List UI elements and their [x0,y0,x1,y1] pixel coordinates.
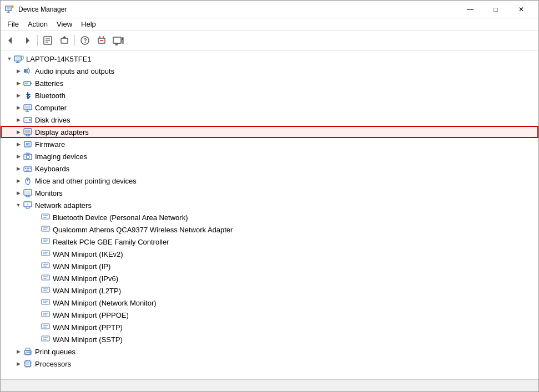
menu-action[interactable]: Action [23,19,52,29]
svg-marker-6 [8,37,12,44]
tree-item-bluetooth[interactable]: ▶ Bluetooth [1,89,538,101]
tree-item-wan-ip[interactable]: ▶ WAN Miniport (IP) [1,260,538,272]
svg-rect-74 [42,214,49,219]
show-hidden-button[interactable] [110,33,126,48]
keyboards-expand[interactable]: ▶ [14,164,23,173]
mice-expand[interactable]: ▶ [14,176,23,185]
tree-item-qualcomm[interactable]: ▶ Qualcomm Atheros QCA9377 Wireless Netw… [1,223,538,236]
status-bar [1,379,538,391]
imaging-label: Imaging devices [35,152,87,161]
tree-item-keyboards[interactable]: ▶ Keyboards [1,162,538,175]
processors-expand[interactable]: ▶ [14,359,23,368]
svg-rect-95 [42,299,49,304]
tree-item-wan-pppoe[interactable]: ▶ WAN Miniport (PPPOE) [1,309,538,321]
tree-item-wan-ikev2[interactable]: ▶ WAN Miniport (IKEv2) [1,248,538,260]
audio-label: Audio inputs and outputs [35,67,114,75]
menu-file[interactable]: File [3,19,23,29]
root-expand[interactable]: ▼ [5,54,14,63]
uninstall-button[interactable] [94,33,109,48]
minimize-button[interactable]: — [457,1,483,18]
network-expand[interactable]: ▼ [14,201,23,210]
display-expand[interactable]: ▶ [14,128,23,136]
svg-rect-36 [25,106,31,109]
wan-ipv6-label: WAN Miniport (IPv6) [53,274,118,283]
tree-item-wan-ipv6[interactable]: ▶ WAN Miniport (IPv6) [1,272,538,284]
tree-item-realtek[interactable]: ▶ Realtek PCIe GBE Family Controller [1,236,538,248]
svg-point-63 [27,180,28,181]
tree-item-mice[interactable]: ▶ Mice and other pointing devices [1,175,538,187]
print-expand[interactable]: ▶ [14,347,23,356]
svg-rect-104 [42,336,49,341]
tree-item-batteries[interactable]: ▶ Batteries [1,77,538,89]
firmware-label: Firmware [35,140,65,149]
menu-view[interactable]: View [52,19,77,29]
tree-item-display[interactable]: ▶ Display adapters [1,126,538,138]
processors-icon [23,359,33,369]
imaging-expand[interactable]: ▶ [14,152,23,161]
svg-text:!: ! [12,6,12,8]
forward-button[interactable] [19,33,35,48]
tree-item-processors[interactable]: ▶ [1,358,538,370]
svg-rect-80 [42,238,49,243]
svg-rect-83 [42,251,49,256]
monitors-icon [23,188,33,198]
tree-item-audio[interactable]: ▶ Audio inputs and outputs [1,65,538,77]
batteries-expand[interactable]: ▶ [14,79,23,88]
display-label: Display adapters [35,128,89,136]
tree-item-computer[interactable]: ▶ Computer [1,101,538,114]
wan-ipv6-icon [41,273,51,283]
bluetooth-expand[interactable]: ▶ [14,91,23,100]
close-button[interactable]: ✕ [508,1,534,18]
svg-rect-20 [113,37,121,43]
tree-item-wan-l2tp[interactable]: ▶ WAN Miniport (L2TP) [1,284,538,297]
tree-item-monitors[interactable]: ▶ Monitors [1,187,538,199]
tree-root[interactable]: ▼ LAPTOP-14K5TFE1 [1,53,538,65]
tree-item-wan-pptp[interactable]: ▶ WAN Miniport (PPTP) [1,321,538,333]
bluetooth-icon [23,90,33,100]
wan-pptp-icon [41,322,51,332]
toolbar-sep-1 [37,35,38,46]
tree-item-firmware[interactable]: ▶ Firmware [1,138,538,150]
svg-point-73 [27,203,29,205]
help-button[interactable]: ? [77,33,93,48]
main-content: ▼ LAPTOP-14K5TFE1 ▶ [1,50,538,379]
tree-item-bt-net[interactable]: ▶ Bluetooth Device (Personal Area Networ… [1,211,538,223]
tree-item-wan-netmon[interactable]: ▶ WAN Miniport (Network Monitor) [1,297,538,309]
svg-rect-34 [25,83,28,84]
svg-rect-30 [16,57,20,60]
toolbar-sep-2 [74,35,75,46]
tree-item-print[interactable]: ▶ Print queues [1,345,538,358]
network-icon [23,200,33,210]
title-bar: ! Device Manager — □ ✕ [1,1,538,18]
update-driver-button[interactable] [57,33,72,48]
disk-expand[interactable]: ▶ [14,115,23,124]
svg-rect-86 [42,263,49,268]
menu-help[interactable]: Help [77,19,100,29]
maximize-button[interactable]: □ [483,1,508,18]
tree-item-wan-sstp[interactable]: ▶ WAN Miniport (SSTP) [1,333,538,345]
mice-label: Mice and other pointing devices [35,177,137,185]
svg-rect-112 [26,362,29,365]
monitors-expand[interactable]: ▶ [14,189,23,197]
wan-pppoe-label: WAN Miniport (PPPOE) [53,311,129,319]
wan-ikev2-label: WAN Miniport (IKEv2) [53,250,123,258]
menu-bar: File Action View Help [1,18,538,30]
root-label: LAPTOP-14K5TFE1 [26,55,92,63]
monitors-label: Monitors [35,189,63,197]
wan-ikev2-icon [41,249,51,259]
tree-item-network[interactable]: ▼ Network adapters [1,199,538,211]
audio-expand[interactable]: ▶ [14,67,23,75]
keyboards-label: Keyboards [35,165,69,173]
window-title: Device Manager [18,6,457,13]
realtek-icon [41,237,51,247]
qualcomm-label: Qualcomm Atheros QCA9377 Wireless Networ… [53,226,233,234]
firmware-expand[interactable]: ▶ [14,140,23,149]
imaging-icon [23,151,33,161]
computer-expand[interactable]: ▶ [14,103,23,112]
back-button[interactable] [3,33,18,48]
device-tree[interactable]: ▼ LAPTOP-14K5TFE1 ▶ [1,50,538,379]
tree-item-disk[interactable]: ▶ Disk drives [1,114,538,126]
properties-button[interactable] [40,33,56,48]
tree-item-imaging[interactable]: ▶ Imaging devices [1,150,538,162]
wan-netmon-icon [41,298,51,308]
